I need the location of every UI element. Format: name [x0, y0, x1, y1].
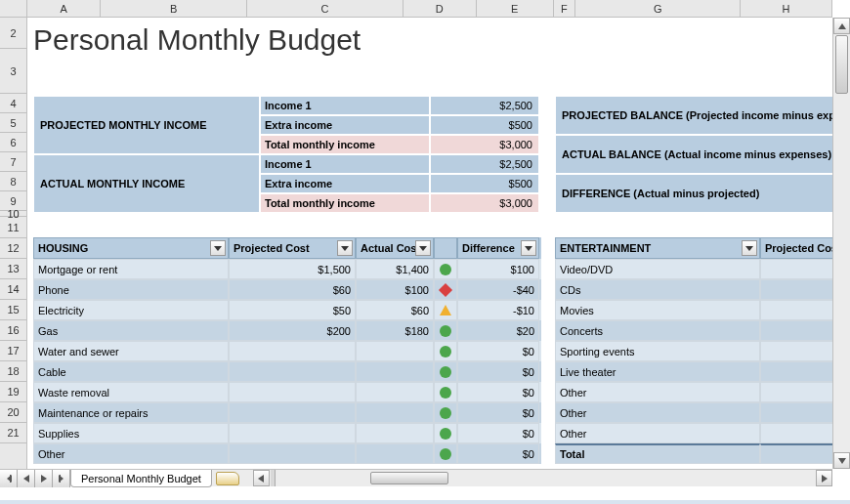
tab-prev-button[interactable]	[18, 470, 35, 487]
horizontal-scrollbar[interactable]	[253, 470, 832, 486]
cell[interactable]: Other	[555, 423, 760, 443]
select-all-corner[interactable]	[0, 0, 27, 18]
cell[interactable]: Gas	[33, 320, 229, 341]
cell[interactable]: Maintenance or repairs	[33, 402, 229, 423]
cell[interactable]: $20	[457, 320, 539, 341]
income-row-value[interactable]: $3,000	[430, 135, 539, 154]
cell[interactable]: $180	[356, 320, 434, 341]
cell[interactable]: $1,400	[356, 259, 434, 279]
cell[interactable]: $100	[457, 259, 539, 279]
cell[interactable]	[229, 341, 356, 361]
cell[interactable]	[760, 382, 832, 402]
cell[interactable]	[229, 361, 356, 382]
cell[interactable]: Video/DVD	[555, 259, 760, 279]
cell[interactable]	[356, 341, 434, 361]
row-header-7[interactable]: 7	[0, 152, 26, 172]
col-header-F[interactable]: F	[554, 0, 576, 17]
filter-button[interactable]	[742, 240, 757, 256]
vertical-scrollbar[interactable]	[832, 18, 850, 469]
table-header-cell[interactable]: ENTERTAINMENT	[555, 237, 760, 259]
cell[interactable]	[760, 443, 832, 464]
cell[interactable]	[434, 361, 457, 382]
income-row-value[interactable]: $2,500	[430, 96, 539, 115]
spreadsheet-grid[interactable]: Personal Monthly Budget PROJECTED MONTHL…	[27, 18, 832, 469]
cell[interactable]	[760, 402, 832, 423]
table-header-cell[interactable]	[434, 237, 457, 259]
cell[interactable]	[434, 320, 457, 341]
row-header-5[interactable]: 5	[0, 113, 26, 133]
cell[interactable]	[434, 300, 457, 320]
table-header-cell[interactable]: Projected Cost	[229, 237, 356, 259]
cell[interactable]: Other	[555, 402, 760, 423]
cell[interactable]	[356, 382, 434, 402]
filter-button[interactable]	[415, 240, 431, 256]
tab-last-button[interactable]	[53, 470, 70, 487]
col-header-D[interactable]: D	[404, 0, 477, 17]
row-header-21[interactable]: 21	[0, 423, 26, 443]
cell[interactable]: Water and sewer	[33, 341, 229, 361]
cell[interactable]	[356, 423, 434, 443]
cell[interactable]: Cable	[33, 361, 229, 382]
cell[interactable]	[356, 361, 434, 382]
cell[interactable]: Sporting events	[555, 341, 760, 361]
cell[interactable]: $0	[457, 443, 539, 464]
cell[interactable]: Concerts	[555, 320, 760, 341]
cell[interactable]	[229, 443, 356, 464]
sheet-tab-active[interactable]: Personal Monthly Budget	[70, 470, 212, 487]
cell[interactable]: -$10	[457, 300, 539, 320]
cell[interactable]	[356, 443, 434, 464]
table-header-cell[interactable]: Projected Cos	[760, 237, 832, 259]
hscroll-split[interactable]	[271, 470, 276, 486]
cell[interactable]	[760, 423, 832, 443]
income-row-value[interactable]: $3,000	[430, 193, 539, 213]
row-header-20[interactable]: 20	[0, 402, 26, 423]
table-header-cell[interactable]: HOUSING	[33, 237, 229, 259]
row-header-17[interactable]: 17	[0, 341, 26, 361]
cell[interactable]: $0	[457, 341, 539, 361]
cell[interactable]: Electricity	[33, 300, 229, 320]
scroll-right-button[interactable]	[816, 470, 832, 486]
row-header-13[interactable]: 13	[0, 259, 26, 279]
row-header-2[interactable]: 2	[0, 18, 26, 49]
cell[interactable]	[229, 382, 356, 402]
cell[interactable]	[760, 320, 832, 341]
scroll-up-button[interactable]	[833, 18, 850, 34]
col-header-C[interactable]: C	[247, 0, 404, 17]
cell[interactable]: $60	[356, 300, 434, 320]
cell[interactable]: $50	[229, 300, 356, 320]
cell[interactable]	[434, 443, 457, 464]
cell[interactable]	[434, 423, 457, 443]
col-header-E[interactable]: E	[477, 0, 554, 17]
filter-button[interactable]	[210, 240, 226, 256]
cell[interactable]	[434, 382, 457, 402]
cell[interactable]: $200	[229, 320, 356, 341]
filter-button[interactable]	[337, 240, 353, 256]
row-header-8[interactable]: 8	[0, 172, 26, 191]
cell[interactable]: $60	[229, 279, 356, 300]
cell[interactable]: Movies	[555, 300, 760, 320]
cell[interactable]	[760, 361, 832, 382]
cell[interactable]	[760, 300, 832, 320]
cell[interactable]	[434, 341, 457, 361]
cell[interactable]: Supplies	[33, 423, 229, 443]
table-header-cell[interactable]: Actual Cost	[356, 237, 434, 259]
scroll-left-button[interactable]	[253, 470, 270, 486]
row-header-14[interactable]: 14	[0, 279, 26, 300]
table-header-cell[interactable]: Difference	[457, 237, 539, 259]
row-header-12[interactable]: 12	[0, 238, 26, 259]
col-header-B[interactable]: B	[101, 0, 247, 17]
cell[interactable]: $100	[356, 279, 434, 300]
row-header-6[interactable]: 6	[0, 133, 26, 152]
cell[interactable]: -$40	[457, 279, 539, 300]
cell[interactable]	[760, 341, 832, 361]
hscroll-thumb[interactable]	[370, 472, 448, 484]
cell[interactable]: Other	[555, 382, 760, 402]
cell[interactable]: $0	[457, 361, 539, 382]
cell[interactable]: Mortgage or rent	[33, 259, 229, 279]
row-header-18[interactable]: 18	[0, 361, 26, 382]
filter-button[interactable]	[521, 240, 536, 256]
income-row-value[interactable]: $2,500	[430, 154, 539, 174]
cell[interactable]: Live theater	[555, 361, 760, 382]
scroll-down-button[interactable]	[833, 452, 850, 469]
cell[interactable]: Waste removal	[33, 382, 229, 402]
